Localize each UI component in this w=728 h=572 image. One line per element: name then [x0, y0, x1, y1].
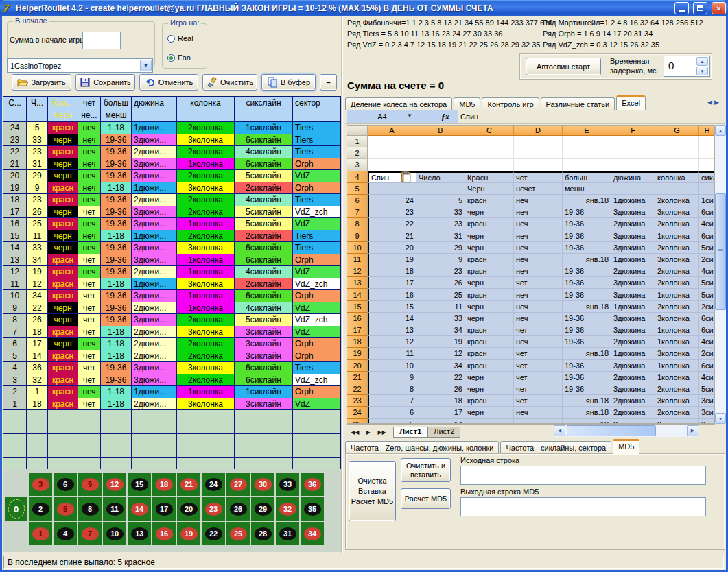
- cell-A24[interactable]: 6: [368, 407, 416, 418]
- vscroll-down-button[interactable]: ▼: [715, 413, 726, 424]
- cell-A7[interactable]: 23: [368, 206, 416, 218]
- row-header-6[interactable]: 6: [347, 195, 368, 206]
- maximize-button[interactable]: [693, 2, 707, 14]
- row-header-2[interactable]: 2: [347, 147, 368, 159]
- board-number-23[interactable]: 23: [202, 497, 225, 521]
- combobox-arrow-button[interactable]: ▼: [140, 60, 152, 71]
- cell-G24[interactable]: 2колонка: [655, 407, 699, 418]
- undo-button[interactable]: Отменить: [139, 74, 198, 91]
- cell-H3[interactable]: [699, 159, 715, 171]
- column-header-C[interactable]: C: [465, 126, 514, 136]
- load-button[interactable]: Загрузить: [12, 74, 71, 91]
- cell-F10[interactable]: 3дюжина: [611, 242, 655, 254]
- cell-D25[interactable]: чет: [514, 419, 563, 425]
- cell-C1[interactable]: [465, 136, 514, 147]
- board-number-9[interactable]: 9: [78, 473, 102, 496]
- cell-E20[interactable]: 19-36: [563, 360, 611, 372]
- cell-B8[interactable]: 23: [416, 218, 465, 230]
- column-header-D[interactable]: D: [514, 126, 563, 136]
- board-number-31[interactable]: 31: [276, 522, 299, 545]
- sheet-tab-Лист1[interactable]: Лист1: [393, 427, 427, 438]
- cell-E15[interactable]: янв.18: [563, 301, 611, 313]
- board-number-10[interactable]: 10: [103, 522, 126, 545]
- cell-F25[interactable]: 2дюжина: [611, 419, 655, 425]
- cell-G9[interactable]: 1колонка: [655, 230, 699, 242]
- cell-F9[interactable]: 3дюжина: [611, 230, 655, 242]
- cell-E8[interactable]: 19-36: [563, 218, 611, 230]
- tab-bottom-1[interactable]: Частота - Zero, шансы, дюжины, колонки: [345, 441, 499, 454]
- cell-B11[interactable]: 9: [416, 254, 465, 265]
- cell-G13[interactable]: 2колонка: [655, 277, 699, 289]
- column-header-B[interactable]: B: [416, 126, 465, 136]
- autospin-start-button[interactable]: Автоспин старт: [526, 58, 601, 75]
- hscroll-left-button[interactable]: ◀: [554, 425, 565, 436]
- cell-G25[interactable]: 2колонка: [655, 419, 699, 425]
- cell-B14[interactable]: 25: [416, 289, 465, 300]
- cell-B12[interactable]: 23: [416, 265, 465, 277]
- cell-D4[interactable]: чет: [514, 171, 563, 183]
- cell-D17[interactable]: чет: [514, 324, 563, 336]
- board-number-3[interactable]: 3: [29, 473, 52, 496]
- cell-G21[interactable]: 1колонка: [655, 372, 699, 383]
- cell-E12[interactable]: 19-36: [563, 265, 611, 277]
- cell-F16[interactable]: 3дюжина: [611, 313, 655, 324]
- row-header-14[interactable]: 14: [347, 289, 368, 300]
- cell-B25[interactable]: 14: [416, 419, 465, 425]
- cell-A12[interactable]: 18: [368, 265, 416, 277]
- cell-B10[interactable]: 29: [416, 242, 465, 254]
- cell-D6[interactable]: неч: [514, 195, 563, 206]
- cell-C3[interactable]: [465, 159, 514, 171]
- cell-C13[interactable]: черн: [465, 277, 514, 289]
- column-header-E[interactable]: E: [563, 126, 611, 136]
- cell-F18[interactable]: 2дюжина: [611, 336, 655, 348]
- cell-E24[interactable]: янв.18: [563, 407, 611, 418]
- cell-G20[interactable]: 1колонка: [655, 360, 699, 372]
- cell-A22[interactable]: 8: [368, 383, 416, 395]
- board-number-30[interactable]: 30: [251, 473, 274, 496]
- md5-input-field[interactable]: [460, 466, 706, 485]
- cell-H13[interactable]: 5сиклай: [699, 277, 715, 289]
- cell-G15[interactable]: 2колонка: [655, 301, 699, 313]
- row-header-1[interactable]: 1: [347, 136, 368, 147]
- row-header-24[interactable]: 24: [347, 407, 368, 418]
- vscroll-thumb[interactable]: [715, 193, 726, 310]
- sheet-nav-prev-icon[interactable]: ▶: [366, 429, 371, 436]
- cell-H6[interactable]: 1сиклай: [699, 195, 715, 206]
- cell-C17[interactable]: красн: [465, 324, 514, 336]
- cell-D24[interactable]: неч: [514, 407, 563, 418]
- row-header-12[interactable]: 12: [347, 265, 368, 277]
- casino-combobox[interactable]: 1CasinoTropez ▼: [7, 58, 153, 73]
- cell-C7[interactable]: черн: [465, 206, 514, 218]
- cell-D9[interactable]: неч: [514, 230, 563, 242]
- cell-A21[interactable]: 9: [368, 372, 416, 383]
- cell-D5[interactable]: нечет: [514, 183, 563, 195]
- cell-H18[interactable]: 4сиклай: [699, 336, 715, 348]
- cell-D13[interactable]: чет: [514, 277, 563, 289]
- cell-C6[interactable]: красн: [465, 195, 514, 206]
- cell-H24[interactable]: 3сиклай: [699, 407, 715, 418]
- cell-F14[interactable]: 3дюжина: [611, 289, 655, 300]
- cell-E1[interactable]: [563, 136, 611, 147]
- cell-A17[interactable]: 13: [368, 324, 416, 336]
- column-header-A[interactable]: A: [368, 126, 416, 136]
- cell-E25[interactable]: янв.18: [563, 419, 611, 425]
- clear-paste-calc-button[interactable]: Очистка Вставка Расчет MD5: [349, 461, 396, 521]
- cell-G10[interactable]: 2колонка: [655, 242, 699, 254]
- sheet-tab-Лист2[interactable]: Лист2: [427, 427, 460, 438]
- row-header-19[interactable]: 19: [347, 348, 368, 359]
- name-box[interactable]: A4 ▼ ƒx: [347, 110, 458, 123]
- cell-H10[interactable]: 5сиклай: [699, 242, 715, 254]
- board-number-26[interactable]: 26: [226, 497, 250, 521]
- cell-B15[interactable]: 11: [416, 301, 465, 313]
- cell-G7[interactable]: 3колонка: [655, 206, 699, 218]
- board-number-19[interactable]: 19: [177, 522, 200, 545]
- cell-G3[interactable]: [655, 159, 699, 171]
- cell-D10[interactable]: неч: [514, 242, 563, 254]
- cell-C9[interactable]: черн: [465, 230, 514, 242]
- minimize-button[interactable]: [674, 2, 689, 14]
- tab-main-5[interactable]: Excel: [616, 95, 646, 110]
- cell-E3[interactable]: [563, 159, 611, 171]
- cell-D15[interactable]: неч: [514, 301, 563, 313]
- cell-E22[interactable]: 19-36: [563, 383, 611, 395]
- hscroll-thumb[interactable]: [567, 425, 656, 436]
